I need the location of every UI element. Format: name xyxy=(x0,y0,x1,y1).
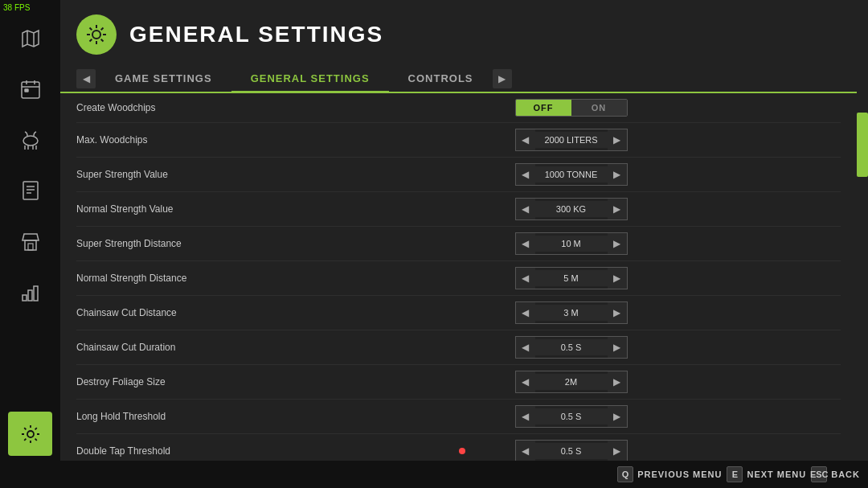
svg-point-5 xyxy=(23,136,38,146)
setting-control-max-woodchips: ◀ 2000 LITERS ▶ xyxy=(301,129,841,151)
tab-general-settings[interactable]: GENERAL SETTINGS xyxy=(231,66,389,93)
setting-control-double-tap-threshold: ◀ 0.5 S ▶ xyxy=(301,440,841,462)
stepper-prev-super-strength-distance[interactable]: ◀ xyxy=(516,233,535,254)
svg-point-20 xyxy=(92,31,100,39)
stepper-value-super-strength-value: 1000 TONNE xyxy=(535,166,608,182)
settings-scroll-area[interactable]: Create Woodchips OFF ON Max. Woodchips ◀… xyxy=(60,93,857,488)
setting-row-chainsaw-cut-duration: Chainsaw Cut Duration ◀ 0.5 S ▶ xyxy=(76,330,841,365)
tab-game-settings[interactable]: GAME SETTINGS xyxy=(96,66,231,93)
setting-label-chainsaw-cut-distance: Chainsaw Cut Distance xyxy=(76,307,301,318)
stepper-next-chainsaw-cut-distance[interactable]: ▶ xyxy=(608,302,627,323)
stepper-next-super-strength-value[interactable]: ▶ xyxy=(608,164,627,185)
setting-row-super-strength-value: Super Strength Value ◀ 1000 TONNE ▶ xyxy=(76,158,841,192)
stepper-prev-double-tap-threshold[interactable]: ◀ xyxy=(516,441,535,461)
next-menu-label: NEXT MENU xyxy=(747,470,806,479)
main-content: GENERAL SETTINGS ◀ GAME SETTINGS GENERAL… xyxy=(60,0,857,488)
sidebar-item-calendar[interactable] xyxy=(8,67,52,111)
svg-rect-17 xyxy=(28,290,32,301)
svg-rect-4 xyxy=(25,89,28,92)
setting-control-normal-strength-value: ◀ 300 KG ▶ xyxy=(301,198,841,220)
back-key: ESC xyxy=(811,466,827,482)
stepper-prev-destroy-foliage-size[interactable]: ◀ xyxy=(516,371,535,392)
tab-prev-arrow[interactable]: ◀ xyxy=(76,69,96,88)
scrollbar-thumb[interactable] xyxy=(857,113,868,177)
sidebar-item-map[interactable] xyxy=(8,16,52,60)
stepper-normal-strength-value: ◀ 300 KG ▶ xyxy=(515,198,628,220)
sidebar-item-store[interactable] xyxy=(8,219,52,263)
setting-row-super-strength-distance: Super Strength Distance ◀ 10 M ▶ xyxy=(76,227,841,261)
setting-label-long-hold-threshold: Long Hold Threshold xyxy=(76,411,301,422)
stepper-prev-chainsaw-cut-distance[interactable]: ◀ xyxy=(516,302,535,323)
svg-rect-14 xyxy=(25,240,36,250)
stepper-value-chainsaw-cut-duration: 0.5 S xyxy=(535,339,608,355)
stepper-double-tap-threshold: ◀ 0.5 S ▶ xyxy=(515,440,628,462)
stepper-chainsaw-cut-distance: ◀ 3 M ▶ xyxy=(515,301,628,324)
tab-controls[interactable]: CONTROLS xyxy=(389,66,493,93)
setting-label-double-tap-threshold: Double Tap Threshold xyxy=(76,445,301,457)
stepper-value-long-hold-threshold: 0.5 S xyxy=(535,408,608,424)
stepper-destroy-foliage-size: ◀ 2M ▶ xyxy=(515,371,628,393)
stepper-value-normal-strength-distance: 5 M xyxy=(535,270,608,286)
stepper-prev-normal-strength-distance[interactable]: ◀ xyxy=(516,268,535,289)
stepper-long-hold-threshold: ◀ 0.5 S ▶ xyxy=(515,405,628,428)
stepper-value-double-tap-threshold: 0.5 S xyxy=(535,443,608,459)
stepper-prev-normal-strength-value[interactable]: ◀ xyxy=(516,199,535,219)
stepper-max-woodchips: ◀ 2000 LITERS ▶ xyxy=(515,129,628,151)
stepper-prev-super-strength-value[interactable]: ◀ xyxy=(516,164,535,185)
sidebar-item-animals[interactable] xyxy=(8,117,52,162)
stepper-next-normal-strength-value[interactable]: ▶ xyxy=(608,199,627,219)
next-menu-key: E xyxy=(727,466,743,482)
setting-label-max-woodchips: Max. Woodchips xyxy=(76,134,301,146)
svg-rect-18 xyxy=(34,286,38,301)
tab-next-arrow[interactable]: ▶ xyxy=(493,69,512,88)
setting-row-chainsaw-cut-distance: Chainsaw Cut Distance ◀ 3 M ▶ xyxy=(76,296,841,330)
setting-control-normal-strength-distance: ◀ 5 M ▶ xyxy=(301,267,841,289)
setting-row-normal-strength-distance: Normal Strength Distance ◀ 5 M ▶ xyxy=(76,261,841,296)
toggle-off-create-woodchips[interactable]: OFF xyxy=(516,100,571,116)
setting-row-max-woodchips: Max. Woodchips ◀ 2000 LITERS ▶ xyxy=(76,123,841,158)
sidebar xyxy=(0,0,60,488)
setting-label-super-strength-value: Super Strength Value xyxy=(76,169,301,180)
setting-control-chainsaw-cut-distance: ◀ 3 M ▶ xyxy=(301,301,841,324)
sidebar-item-chart[interactable] xyxy=(8,269,52,314)
stepper-value-chainsaw-cut-distance: 3 M xyxy=(535,305,608,321)
setting-label-chainsaw-cut-duration: Chainsaw Cut Duration xyxy=(76,342,301,353)
stepper-value-super-strength-distance: 10 M xyxy=(535,236,608,252)
stepper-next-destroy-foliage-size[interactable]: ▶ xyxy=(608,371,627,392)
stepper-next-double-tap-threshold[interactable]: ▶ xyxy=(608,441,627,461)
setting-label-destroy-foliage-size: Destroy Foliage Size xyxy=(76,376,301,388)
toggle-on-create-woodchips[interactable]: ON xyxy=(571,100,627,116)
stepper-super-strength-distance: ◀ 10 M ▶ xyxy=(515,232,628,255)
stepper-value-destroy-foliage-size: 2M xyxy=(535,374,608,390)
setting-row-destroy-foliage-size: Destroy Foliage Size ◀ 2M ▶ xyxy=(76,365,841,400)
next-menu-button[interactable]: E NEXT MENU xyxy=(727,466,806,482)
setting-row-create-woodchips: Create Woodchips OFF ON xyxy=(76,93,841,123)
sidebar-item-notes[interactable] xyxy=(8,168,52,212)
toggle-create-woodchips: OFF ON xyxy=(515,99,628,117)
stepper-prev-long-hold-threshold[interactable]: ◀ xyxy=(516,406,535,427)
bottom-bar: Q PREVIOUS MENU E NEXT MENU ESC BACK xyxy=(0,461,868,488)
stepper-super-strength-value: ◀ 1000 TONNE ▶ xyxy=(515,163,628,186)
scrollbar[interactable] xyxy=(857,0,868,488)
page-title: GENERAL SETTINGS xyxy=(129,22,383,47)
back-button[interactable]: ESC BACK xyxy=(811,466,860,482)
setting-control-long-hold-threshold: ◀ 0.5 S ▶ xyxy=(301,405,841,428)
setting-control-create-woodchips: OFF ON xyxy=(301,99,841,117)
setting-control-super-strength-value: ◀ 1000 TONNE ▶ xyxy=(301,163,841,186)
stepper-prev-chainsaw-cut-duration[interactable]: ◀ xyxy=(516,337,535,358)
stepper-prev-max-woodchips[interactable]: ◀ xyxy=(516,129,535,150)
stepper-next-max-woodchips[interactable]: ▶ xyxy=(608,129,627,150)
prev-menu-key: Q xyxy=(617,466,633,482)
stepper-next-normal-strength-distance[interactable]: ▶ xyxy=(608,268,627,289)
stepper-next-super-strength-distance[interactable]: ▶ xyxy=(608,233,627,254)
tabs-bar: ◀ GAME SETTINGS GENERAL SETTINGS CONTROL… xyxy=(60,66,857,93)
svg-rect-16 xyxy=(23,295,27,301)
stepper-next-long-hold-threshold[interactable]: ▶ xyxy=(608,406,627,427)
svg-rect-10 xyxy=(23,182,38,199)
setting-label-normal-strength-distance: Normal Strength Distance xyxy=(76,273,301,284)
prev-menu-button[interactable]: Q PREVIOUS MENU xyxy=(617,466,722,482)
setting-label-create-woodchips: Create Woodchips xyxy=(76,102,301,113)
setting-row-long-hold-threshold: Long Hold Threshold ◀ 0.5 S ▶ xyxy=(76,400,841,434)
stepper-next-chainsaw-cut-duration[interactable]: ▶ xyxy=(608,337,627,358)
sidebar-item-settings[interactable] xyxy=(8,412,52,456)
